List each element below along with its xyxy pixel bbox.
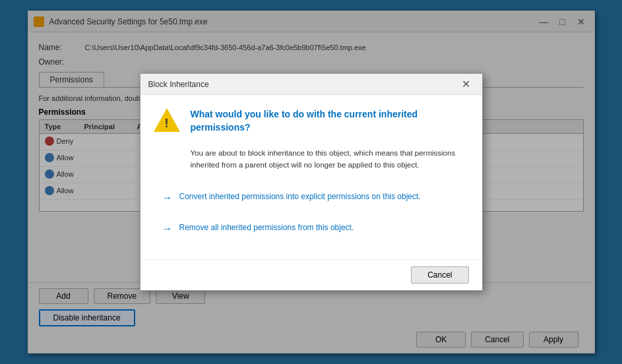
option2-text: Remove all inherited permissions from th… — [179, 222, 354, 233]
dialog-header-row: ! What would you like to do with the cur… — [154, 108, 469, 135]
option-convert[interactable]: → Convert inherited permissions into exp… — [154, 184, 469, 211]
arrow-right-icon-1: → — [162, 192, 173, 204]
arrow-right-icon-2: → — [162, 223, 173, 235]
dialog-description: You are about to block inheritance to th… — [154, 148, 469, 171]
main-window: Advanced Security Settings for 5e50.tmp.… — [28, 11, 595, 353]
option1-text: Convert inherited permissions into expli… — [179, 191, 421, 202]
dialog-footer: Cancel — [140, 259, 482, 290]
dialog-close-button[interactable]: ✕ — [458, 77, 474, 92]
dialog: Block Inheritance ✕ ! What would you lik… — [140, 73, 483, 291]
modal-overlay: Block Inheritance ✕ ! What would you lik… — [28, 11, 594, 353]
warning-icon: ! — [154, 108, 180, 135]
warning-exclamation: ! — [165, 117, 169, 129]
option-remove[interactable]: → Remove all inherited permissions from … — [154, 215, 469, 242]
dialog-body: ! What would you like to do with the cur… — [140, 95, 482, 259]
dialog-title: Block Inheritance — [148, 80, 458, 89]
dialog-question: What would you like to do with the curre… — [191, 108, 469, 134]
dialog-title-bar: Block Inheritance ✕ — [140, 74, 482, 95]
dialog-cancel-button[interactable]: Cancel — [411, 266, 468, 284]
